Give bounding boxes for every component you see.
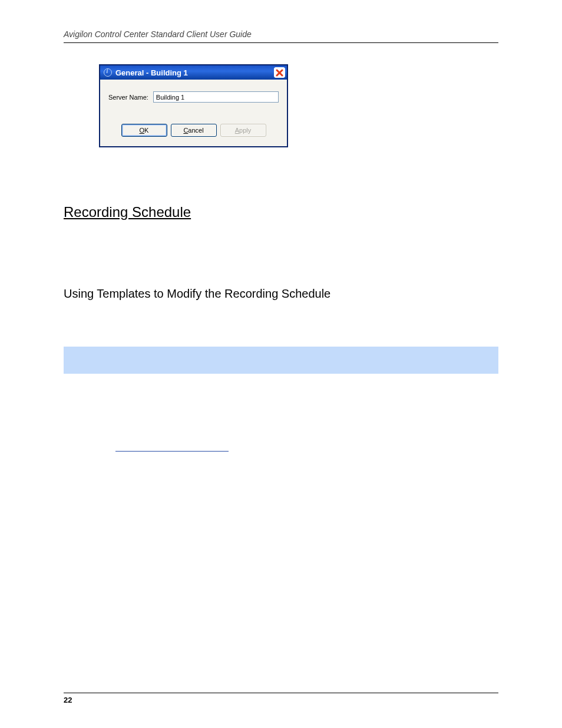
recording-schedule-para2: Once the recording schedule is set, vide…	[64, 259, 498, 272]
link-underline-fragment	[115, 444, 229, 452]
server-name-input[interactable]	[153, 91, 279, 103]
server-name-label: Server Name:	[108, 94, 148, 101]
dialog-title: General - Building 1	[115, 68, 274, 77]
close-icon	[276, 69, 283, 77]
using-templates-para: The recording schedule is set by using t…	[64, 307, 498, 331]
page-number: 22	[64, 696, 72, 704]
cancel-button[interactable]: Cancel	[171, 124, 217, 137]
apply-button: Apply	[220, 124, 266, 137]
figure-caption: Figure A. General dialog box	[64, 162, 498, 171]
dialog-body: Server Name: OK Cancel Apply	[100, 80, 287, 146]
server-name-row: Server Name:	[108, 91, 279, 103]
dialog-titlebar: General - Building 1	[100, 65, 287, 80]
dialog-button-row: OK Cancel Apply	[108, 124, 279, 137]
close-button[interactable]	[274, 67, 285, 78]
page-footer: 22	[64, 693, 498, 704]
note-box	[64, 347, 498, 374]
heading-using-templates: Using Templates to Modify the Recording …	[64, 287, 498, 301]
ok-button[interactable]: OK	[121, 124, 167, 137]
step-two: 2. Enter a server name and click OK.	[64, 177, 498, 186]
info-icon	[104, 68, 112, 77]
dialog-figure: General - Building 1 Server Name: OK	[99, 64, 498, 147]
general-dialog: General - Building 1 Server Name: OK	[99, 64, 288, 147]
heading-recording-schedule: Recording Schedule	[64, 204, 498, 220]
recording-schedule-para1: Use the Recording Schedule dialog box to…	[64, 226, 498, 251]
page-header: Avigilon Control Center Standard Client …	[64, 29, 498, 43]
